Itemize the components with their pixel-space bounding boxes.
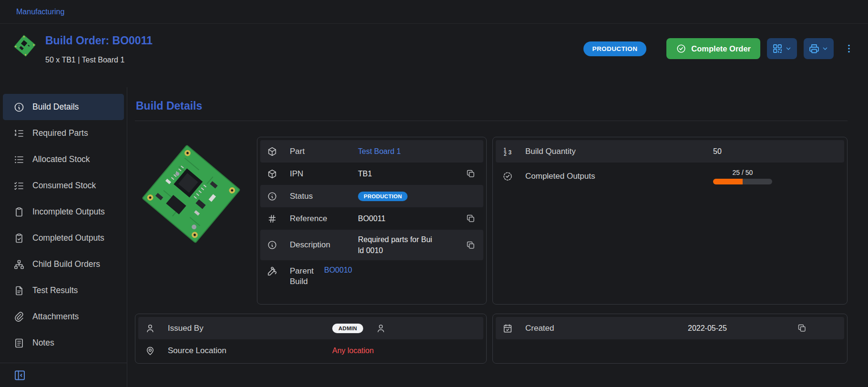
quantities-panel: 123 Build Quantity 50 Completed Outputs … bbox=[492, 137, 848, 305]
detail-label: Part bbox=[290, 147, 358, 156]
sidebar-item-notes[interactable]: Notes bbox=[3, 330, 124, 356]
part-link[interactable]: Test Board 1 bbox=[358, 147, 401, 156]
detail-label: Parent Build bbox=[290, 266, 324, 287]
part-thumbnail-image[interactable] bbox=[12, 33, 37, 58]
sidebar-item-allocated-stock[interactable]: Allocated Stock bbox=[3, 146, 124, 173]
box-icon bbox=[267, 169, 279, 179]
clipboard-check-icon bbox=[13, 233, 25, 244]
created-value: 2022-05-25 bbox=[688, 324, 727, 333]
section-divider bbox=[135, 121, 848, 121]
map-pin-icon bbox=[145, 346, 157, 356]
completed-outputs-row: Completed Outputs 25 / 50 bbox=[496, 163, 844, 190]
created-panel: Created 2022-05-25 bbox=[492, 314, 848, 364]
info-circle-icon bbox=[267, 191, 279, 202]
progress-track bbox=[713, 179, 772, 184]
progress-check-icon bbox=[502, 171, 515, 182]
list-icon bbox=[13, 154, 25, 165]
dots-vertical-icon bbox=[843, 43, 855, 54]
sidebar-item-label: Consumed Stock bbox=[32, 181, 96, 191]
breadcrumb: Manufacturing bbox=[0, 0, 868, 24]
detail-label: Status bbox=[290, 192, 358, 201]
source-location-row: Source Location Any location bbox=[138, 339, 483, 362]
admin-badge: ADMIN bbox=[332, 324, 363, 333]
progress-fill bbox=[713, 179, 743, 184]
copy-icon[interactable] bbox=[465, 213, 477, 224]
description-value: Required parts for Build 0010 bbox=[358, 234, 433, 256]
sidebar-item-completed-outputs[interactable]: Completed Outputs bbox=[3, 225, 124, 251]
created-row: Created 2022-05-25 bbox=[496, 317, 844, 339]
sidebar-item-label: Build Details bbox=[32, 102, 79, 112]
header-titles: Build Order: BO0011 50 x TB1 | Test Boar… bbox=[45, 32, 153, 64]
build-quantity-label: Build Quantity bbox=[525, 147, 713, 156]
sidebar: Build Details Required Parts Allocated S… bbox=[0, 87, 127, 387]
sidebar-item-attachments[interactable]: Attachments bbox=[3, 304, 124, 330]
copy-icon[interactable] bbox=[465, 239, 477, 251]
source-location-value: Any location bbox=[332, 346, 374, 355]
completed-outputs-label: Completed Outputs bbox=[525, 172, 713, 181]
numbers-123-icon: 123 bbox=[502, 146, 515, 157]
info-circle-icon bbox=[267, 240, 279, 250]
sidebar-item-label: Incomplete Outputs bbox=[32, 207, 105, 217]
svg-text:3: 3 bbox=[509, 149, 512, 155]
reference-value: BO0011 bbox=[358, 214, 386, 223]
sidebar-item-test-results[interactable]: Test Results bbox=[3, 277, 124, 304]
source-location-label: Source Location bbox=[168, 346, 332, 356]
copy-icon[interactable] bbox=[796, 322, 808, 334]
page-subtitle: 50 x TB1 | Test Board 1 bbox=[45, 56, 153, 64]
clipboard-icon bbox=[13, 206, 25, 218]
tools-icon bbox=[267, 266, 279, 276]
chevron-down-icon bbox=[821, 45, 829, 52]
test-report-icon bbox=[13, 285, 25, 296]
build-details-panel: Part Test Board 1 IPN TB1 bbox=[257, 137, 487, 305]
detail-label: IPN bbox=[290, 169, 358, 179]
sidebar-item-child-build-orders[interactable]: Child Build Orders bbox=[3, 251, 124, 277]
info-circle-icon bbox=[13, 102, 25, 113]
detail-label: Description bbox=[290, 240, 358, 250]
print-actions-button[interactable] bbox=[804, 38, 834, 59]
sidebar-item-consumed-stock[interactable]: Consumed Stock bbox=[3, 173, 124, 199]
qrcode-icon bbox=[772, 43, 783, 54]
sidebar-footer bbox=[0, 363, 127, 384]
sitemap-icon bbox=[13, 259, 25, 270]
sidebar-collapse-icon bbox=[13, 369, 26, 382]
sidebar-item-label: Notes bbox=[32, 338, 54, 348]
more-actions-button[interactable] bbox=[842, 42, 856, 55]
list-numbers-icon bbox=[13, 128, 25, 139]
detail-row-description: Description Required parts for Build 001… bbox=[260, 230, 483, 260]
detail-label: Reference bbox=[290, 214, 358, 224]
sidebar-item-build-details[interactable]: Build Details bbox=[3, 94, 124, 120]
sidebar-item-label: Allocated Stock bbox=[32, 154, 90, 164]
complete-order-button[interactable]: Complete Order bbox=[666, 38, 760, 59]
page-title: Build Order: BO0011 bbox=[45, 34, 153, 47]
parent-build-link[interactable]: BO0010 bbox=[324, 266, 352, 275]
svg-text:2: 2 bbox=[504, 152, 507, 157]
detail-row-ipn: IPN TB1 bbox=[260, 163, 483, 185]
circle-check-icon bbox=[676, 43, 686, 54]
paperclip-icon bbox=[13, 311, 25, 323]
sidebar-item-label: Required Parts bbox=[32, 128, 88, 138]
notes-icon bbox=[13, 337, 25, 349]
issued-panel: Issued By ADMIN Source Location bbox=[135, 314, 487, 364]
calendar-icon bbox=[502, 323, 515, 334]
completed-outputs-progress: 25 / 50 bbox=[713, 169, 772, 184]
sidebar-item-label: Test Results bbox=[32, 285, 78, 295]
collapse-sidebar-button[interactable] bbox=[13, 369, 26, 382]
detail-row-reference: Reference BO0011 bbox=[260, 207, 483, 230]
sidebar-item-required-parts[interactable]: Required Parts bbox=[3, 120, 124, 146]
progress-text: 25 / 50 bbox=[733, 169, 753, 176]
hash-icon bbox=[267, 214, 279, 224]
issued-by-row: Issued By ADMIN bbox=[138, 317, 483, 339]
main-content: Build Details bbox=[127, 87, 868, 387]
section-title: Build Details bbox=[136, 100, 848, 112]
sidebar-item-label: Completed Outputs bbox=[32, 233, 104, 243]
part-image[interactable] bbox=[135, 137, 247, 305]
sidebar-item-label: Child Build Orders bbox=[32, 259, 100, 269]
created-label: Created bbox=[525, 324, 688, 333]
page-header: Build Order: BO0011 50 x TB1 | Test Boar… bbox=[0, 24, 868, 87]
barcode-actions-button[interactable] bbox=[767, 38, 797, 59]
breadcrumb-manufacturing[interactable]: Manufacturing bbox=[16, 8, 64, 16]
list-check-icon bbox=[13, 180, 25, 192]
copy-icon[interactable] bbox=[465, 168, 477, 180]
sidebar-item-incomplete-outputs[interactable]: Incomplete Outputs bbox=[3, 199, 124, 225]
complete-order-label: Complete Order bbox=[691, 44, 751, 53]
